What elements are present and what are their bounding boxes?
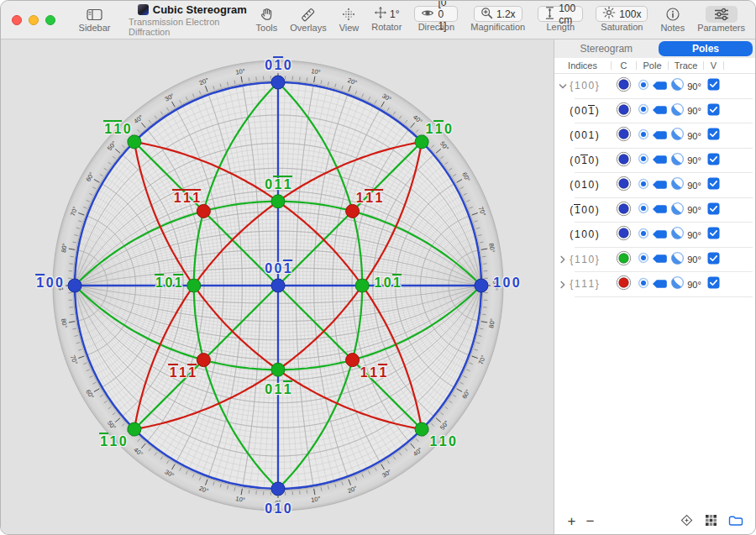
pole-table-row[interactable]: (100)90° bbox=[554, 198, 755, 223]
pole-table-row[interactable]: (001)90° bbox=[554, 123, 755, 149]
overlays-button[interactable]: Overlays bbox=[290, 1, 326, 39]
rotator-control[interactable]: 1° Rotator bbox=[371, 1, 402, 39]
trace-style-icon[interactable] bbox=[670, 176, 685, 194]
tab-stereogram[interactable]: Stereogram bbox=[554, 43, 659, 55]
pole-dot-style-icon[interactable] bbox=[638, 178, 649, 193]
pole-dot-001[interactable] bbox=[271, 279, 285, 292]
visibility-checkbox[interactable] bbox=[707, 276, 720, 292]
pole-table-row[interactable]: {110}90° bbox=[554, 248, 755, 273]
pole-dot-011[interactable] bbox=[271, 363, 285, 376]
pole-dot-101[interactable] bbox=[355, 279, 369, 292]
visibility-checkbox[interactable] bbox=[707, 202, 720, 218]
color-well[interactable] bbox=[616, 225, 632, 244]
pole-tag-icon[interactable] bbox=[652, 129, 668, 144]
pole-dot-111[interactable] bbox=[197, 354, 210, 367]
color-well[interactable] bbox=[616, 250, 632, 270]
pole-tag-icon[interactable] bbox=[652, 153, 668, 168]
pole-dot-110[interactable] bbox=[128, 422, 141, 436]
length-control[interactable]: 100 cm Length bbox=[538, 1, 583, 39]
pole-table-row[interactable]: (100)90° bbox=[554, 223, 755, 248]
pole-tag-icon[interactable] bbox=[652, 202, 668, 218]
magnifier-plus-icon bbox=[480, 7, 493, 22]
trace-style-icon[interactable] bbox=[670, 152, 685, 170]
trace-style-icon[interactable] bbox=[670, 127, 685, 144]
visibility-checkbox[interactable] bbox=[707, 153, 720, 169]
pole-dot-111[interactable] bbox=[197, 204, 210, 218]
add-pole-button[interactable]: + bbox=[563, 514, 581, 529]
visibility-checkbox[interactable] bbox=[707, 128, 720, 144]
pole-dot-101[interactable] bbox=[187, 279, 201, 292]
color-well[interactable] bbox=[616, 176, 632, 195]
saturation-control[interactable]: 100x Saturation bbox=[596, 1, 648, 39]
pole-tag-icon[interactable] bbox=[652, 79, 668, 94]
pole-dot-style-icon[interactable] bbox=[638, 277, 649, 292]
visibility-checkbox[interactable] bbox=[707, 227, 720, 243]
pole-dot-style-icon[interactable] bbox=[638, 153, 649, 168]
chevron-right-icon[interactable] bbox=[557, 254, 570, 265]
zoom-button[interactable] bbox=[45, 15, 55, 25]
eye-icon bbox=[421, 8, 434, 21]
pole-dot-110[interactable] bbox=[128, 135, 141, 149]
pole-dot-style-icon[interactable] bbox=[638, 228, 649, 243]
chevron-down-icon[interactable] bbox=[557, 81, 570, 92]
pole-dot-style-icon[interactable] bbox=[638, 79, 649, 94]
visibility-checkbox[interactable] bbox=[707, 252, 720, 268]
pole-dot-style-icon[interactable] bbox=[638, 252, 649, 267]
pole-dot-110[interactable] bbox=[415, 422, 428, 436]
tab-poles[interactable]: Poles bbox=[659, 41, 753, 56]
pole-dot-110[interactable] bbox=[415, 135, 428, 149]
trace-style-icon[interactable] bbox=[670, 251, 685, 269]
color-well[interactable] bbox=[616, 76, 632, 96]
pole-tag-icon[interactable] bbox=[652, 103, 668, 118]
trace-style-icon[interactable] bbox=[670, 275, 685, 293]
pole-tag-icon[interactable] bbox=[652, 178, 668, 193]
pole-dot-style-icon[interactable] bbox=[638, 129, 649, 144]
parameters-button[interactable]: Parameters bbox=[697, 1, 745, 39]
pole-tag-icon[interactable] bbox=[652, 252, 668, 267]
magnification-control[interactable]: 1.2x Magnification bbox=[470, 1, 525, 39]
pole-table-row[interactable]: (010)90° bbox=[554, 149, 755, 174]
window-title: Cubic Stere​ogram bbox=[153, 3, 247, 16]
diamond-crosshair-icon[interactable] bbox=[680, 513, 694, 531]
pole-table-row[interactable]: (010)90° bbox=[554, 173, 755, 198]
pole-table-row[interactable]: (001)90° bbox=[554, 99, 755, 124]
visibility-checkbox[interactable] bbox=[707, 177, 720, 193]
trace-angle: 90° bbox=[687, 230, 701, 240]
view-button[interactable]: View bbox=[339, 1, 360, 39]
notes-button[interactable]: Notes bbox=[660, 1, 685, 39]
chevron-right-icon[interactable] bbox=[557, 280, 570, 290]
color-well[interactable] bbox=[616, 201, 632, 220]
trace-style-icon[interactable] bbox=[670, 226, 685, 244]
pole-dot-011[interactable] bbox=[271, 195, 285, 208]
direction-control[interactable]: [0 0 1] Direction bbox=[414, 1, 458, 39]
trace-style-icon[interactable] bbox=[670, 202, 685, 219]
folder-icon[interactable] bbox=[728, 514, 743, 530]
stereogram-canvas[interactable]: 0°10°20°30°40°50°60°70°80°90°80°70°60°50… bbox=[1, 39, 554, 535]
pole-dot-style-icon[interactable] bbox=[638, 202, 649, 218]
pole-table-row[interactable]: {111}90° bbox=[554, 272, 755, 297]
color-well[interactable] bbox=[616, 126, 632, 145]
pole-dot-010[interactable] bbox=[271, 76, 285, 89]
pole-dot-111[interactable] bbox=[346, 354, 360, 367]
remove-pole-button[interactable]: − bbox=[581, 514, 600, 529]
visibility-checkbox[interactable] bbox=[707, 103, 720, 119]
pole-dot-111[interactable] bbox=[346, 204, 360, 218]
trace-style-icon[interactable] bbox=[670, 77, 685, 95]
color-well[interactable] bbox=[616, 275, 632, 294]
pole-dot-010[interactable] bbox=[271, 482, 285, 496]
pole-dot-100[interactable] bbox=[475, 279, 488, 292]
pole-table-row[interactable]: {100}90° bbox=[554, 74, 755, 99]
sidebar-button[interactable]: Sidebar bbox=[74, 1, 115, 39]
minimize-button[interactable] bbox=[29, 15, 39, 25]
pole-tag-icon[interactable] bbox=[652, 277, 668, 292]
pole-dot-100[interactable] bbox=[68, 279, 81, 292]
grid-icon[interactable] bbox=[705, 514, 717, 530]
pole-tag-icon[interactable] bbox=[652, 228, 668, 243]
visibility-checkbox[interactable] bbox=[707, 78, 720, 94]
pole-dot-style-icon[interactable] bbox=[638, 103, 649, 118]
color-well[interactable] bbox=[616, 102, 632, 121]
trace-style-icon[interactable] bbox=[670, 102, 685, 120]
tools-button[interactable]: Tools bbox=[256, 1, 278, 39]
color-well[interactable] bbox=[616, 151, 632, 170]
close-button[interactable] bbox=[12, 15, 22, 25]
